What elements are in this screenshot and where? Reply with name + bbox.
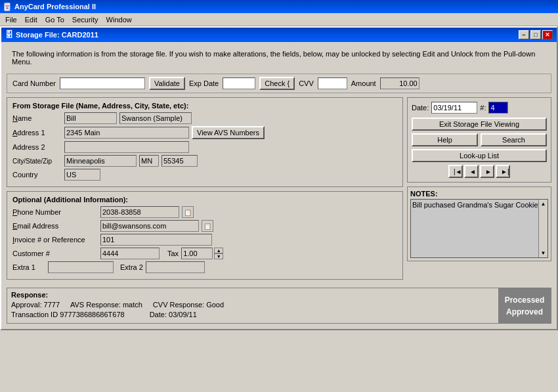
response-left: Response: Approval: 7777 AVS Response: m… [7,288,498,323]
address1-label: Address 1 [12,129,62,137]
date-row: Date: #: [412,102,547,114]
tax-increment-btn[interactable]: ▲ [214,248,223,253]
address2-input[interactable] [64,141,189,153]
customer-label: Customer # [12,250,98,257]
view-avs-button[interactable]: View AVS Numbers [192,126,265,139]
menu-file[interactable]: File [1,14,21,25]
notes-text: Bill puchased Grandma's Sugar Cookies. [412,201,544,209]
card-number-label: Card Number [12,79,56,87]
main-window: 🗄 Storage File: CARD2011 − □ ✕ The follo… [0,26,558,330]
citystate-row: City/State/Zip [12,155,397,167]
app-title-bar: 🃏 AnyCard Professional II [0,0,558,13]
lookup-list-button[interactable]: Look-up List [412,149,547,162]
minimize-button[interactable]: − [519,30,529,39]
amount-input[interactable] [380,77,419,89]
email-label: Email Address [12,222,98,230]
date-value-input[interactable] [431,102,477,114]
lookup-btn-row: Look-up List [412,149,547,162]
phone-row: Phone Number 📋 [12,206,397,218]
trans-id-label: Transaction ID 977738688686T678 [11,311,125,318]
invoice-label: Invoice # or Reference [12,236,98,244]
cvv-input[interactable] [318,77,347,89]
menu-edit[interactable]: Edit [21,14,41,25]
nav-last-button[interactable]: ►| [496,165,510,178]
address1-row: Address 1 View AVS Numbers [12,126,397,139]
window-icon: 🗄 [5,30,13,39]
extra1-label: Extra 1 [12,263,45,271]
help-button[interactable]: Help [412,133,478,146]
phone-input[interactable] [100,206,179,218]
left-column: From Storage File (Name, Address, City, … [7,97,403,284]
response-row-1: Approval: 7777 AVS Response: match CVV R… [11,301,494,309]
app-title: AnyCard Professional II [14,3,555,11]
extras-row: Extra 1 Extra 2 [12,261,397,273]
cvv-response-label: CVV Response: Good [153,301,224,309]
maximize-button[interactable]: □ [530,30,541,39]
exp-date-input[interactable] [223,77,255,89]
cvv-label: CVV [299,79,314,87]
scroll-up-arrow[interactable]: ▲ [540,200,547,208]
storage-panel-title: From Storage File (Name, Address, City, … [12,102,397,110]
scroll-down-arrow[interactable]: ▼ [540,249,547,257]
nav-row: |◄ ◄ ► ►| [412,165,547,178]
email-icon-btn[interactable]: 📋 [202,220,213,232]
name-row: Name [12,112,397,124]
last-name-input[interactable] [119,112,192,124]
email-row: Email Address 📋 [12,220,397,232]
address2-row: Address 2 [12,141,397,153]
notes-title: NOTES: [410,190,548,198]
email-input[interactable] [100,220,199,232]
notes-content-area: Bill puchased Grandma's Sugar Cookies. ▲… [410,199,548,258]
nav-first-button[interactable]: |◄ [448,165,463,178]
resp-date-label: Date: 03/09/11 [150,311,197,318]
menu-security[interactable]: Security [68,14,102,25]
hash-label: #: [480,104,486,112]
right-column: Date: #: Exit Storage File Viewing Help … [407,97,551,284]
exit-btn-row: Exit Storage File Viewing [412,118,547,131]
window-title-text: Storage File: CARD2011 [16,31,98,39]
city-input[interactable] [64,155,137,167]
help-search-row: Help Search [412,133,547,146]
storage-file-panel: From Storage File (Name, Address, City, … [7,97,403,187]
response-section: Response: Approval: 7777 AVS Response: m… [7,288,551,324]
exit-storage-button[interactable]: Exit Storage File Viewing [412,118,547,131]
zip-input[interactable] [161,155,198,167]
notes-scrollbar[interactable]: ▲ ▼ [538,200,547,257]
search-button[interactable]: Search [481,133,547,146]
optional-title: Optional (Additional Information): [12,196,397,204]
menu-goto[interactable]: Go To [41,14,68,25]
citystate-label: City/State/Zip [12,158,62,165]
extra1-input[interactable] [48,261,114,273]
customer-tax-row: Customer # Tax ▲ ▼ [12,248,397,259]
phone-label: Phone Number [12,208,98,216]
customer-input[interactable] [100,248,160,259]
menu-window[interactable]: Window [102,14,136,25]
card-number-input[interactable] [60,77,145,89]
nav-prev-button[interactable]: ◄ [464,165,479,178]
invoice-input[interactable] [100,234,212,246]
card-info-bar: Card Number Validate Exp Date Check { CV… [7,74,551,93]
country-input[interactable] [64,169,100,181]
state-input[interactable] [139,155,159,167]
approved-label: Approved [506,307,543,316]
address1-input[interactable] [64,127,189,139]
close-button[interactable]: ✕ [542,30,553,39]
address2-label: Address 2 [12,143,62,151]
extra2-input[interactable] [146,261,205,273]
info-text: The following information is from the st… [7,47,551,68]
hash-input[interactable] [488,102,508,114]
notes-panel: NOTES: Bill puchased Grandma's Sugar Coo… [407,186,551,261]
phone-icon-btn[interactable]: 📋 [182,206,194,218]
invoice-row: Invoice # or Reference [12,234,397,246]
optional-panel: Optional (Additional Information): Phone… [7,191,403,280]
tax-input[interactable] [181,248,213,259]
validate-button[interactable]: Validate [149,77,185,90]
extra2-label: Extra 2 [120,263,143,271]
processed-label: Processed [505,295,545,305]
check-button[interactable]: Check { [259,77,295,90]
nav-next-button[interactable]: ► [480,165,494,178]
app-icon: 🃏 [3,3,12,11]
first-name-input[interactable] [64,112,117,124]
tax-decrement-btn[interactable]: ▼ [214,253,223,259]
window-title-bar: 🗄 Storage File: CARD2011 − □ ✕ [1,28,557,42]
